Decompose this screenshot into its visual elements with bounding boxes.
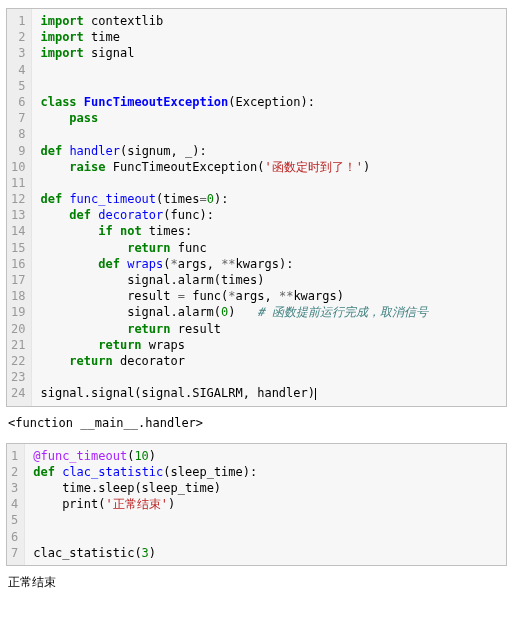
code-line[interactable] — [40, 126, 498, 142]
line-number: 2 — [11, 464, 18, 480]
line-number: 5 — [11, 78, 25, 94]
line-number: 3 — [11, 480, 18, 496]
line-number: 1 — [11, 13, 25, 29]
code-line[interactable]: return func — [40, 240, 498, 256]
line-number-gutter: 1234567 — [7, 444, 25, 565]
code-line[interactable]: pass — [40, 110, 498, 126]
code-line[interactable]: signal.alarm(times) — [40, 272, 498, 288]
code-line[interactable]: def wraps(*args, **kwargs): — [40, 256, 498, 272]
code-line[interactable] — [33, 512, 498, 528]
code-line[interactable]: def func_timeout(times=0): — [40, 191, 498, 207]
code-line[interactable]: def clac_statistic(sleep_time): — [33, 464, 498, 480]
code-line[interactable]: if not times: — [40, 223, 498, 239]
code-cell[interactable]: 123456789101112131415161718192021222324i… — [6, 8, 507, 407]
code-line[interactable]: print('正常结束') — [33, 496, 498, 512]
line-number: 22 — [11, 353, 25, 369]
code-line[interactable] — [40, 175, 498, 191]
code-line[interactable] — [40, 369, 498, 385]
code-line[interactable]: def decorator(func): — [40, 207, 498, 223]
line-number: 1 — [11, 448, 18, 464]
line-number: 7 — [11, 110, 25, 126]
line-number: 7 — [11, 545, 18, 561]
code-line[interactable] — [33, 529, 498, 545]
line-number-gutter: 123456789101112131415161718192021222324 — [7, 9, 32, 406]
cell-output: 正常结束 — [4, 570, 509, 598]
line-number: 10 — [11, 159, 25, 175]
code-line[interactable]: result = func(*args, **kwargs) — [40, 288, 498, 304]
line-number: 3 — [11, 45, 25, 61]
line-number: 18 — [11, 288, 25, 304]
code-line[interactable]: clac_statistic(3) — [33, 545, 498, 561]
line-number: 11 — [11, 175, 25, 191]
line-number: 19 — [11, 304, 25, 320]
code-cell[interactable]: 1234567@func_timeout(10)def clac_statist… — [6, 443, 507, 566]
notebook-root: 123456789101112131415161718192021222324i… — [4, 8, 509, 598]
line-number: 21 — [11, 337, 25, 353]
code-editor[interactable]: import contextlibimport timeimport signa… — [32, 9, 506, 406]
code-line[interactable]: return result — [40, 321, 498, 337]
code-line[interactable]: import time — [40, 29, 498, 45]
line-number: 4 — [11, 62, 25, 78]
code-line[interactable]: signal.signal(signal.SIGALRM, handler) — [40, 385, 498, 401]
code-line[interactable] — [40, 78, 498, 94]
code-line[interactable]: class FuncTimeoutException(Exception): — [40, 94, 498, 110]
code-line[interactable]: return decorator — [40, 353, 498, 369]
code-line[interactable]: time.sleep(sleep_time) — [33, 480, 498, 496]
line-number: 5 — [11, 512, 18, 528]
code-line[interactable]: return wraps — [40, 337, 498, 353]
line-number: 6 — [11, 529, 18, 545]
line-number: 17 — [11, 272, 25, 288]
line-number: 4 — [11, 496, 18, 512]
code-line[interactable]: import contextlib — [40, 13, 498, 29]
code-line[interactable]: raise FuncTimeoutException('函数定时到了！') — [40, 159, 498, 175]
text-cursor — [315, 388, 316, 400]
code-line[interactable]: import signal — [40, 45, 498, 61]
cell-output: <function __main__.handler> — [4, 411, 509, 439]
line-number: 14 — [11, 223, 25, 239]
line-number: 13 — [11, 207, 25, 223]
code-editor[interactable]: @func_timeout(10)def clac_statistic(slee… — [25, 444, 506, 565]
line-number: 12 — [11, 191, 25, 207]
line-number: 15 — [11, 240, 25, 256]
code-line[interactable] — [40, 62, 498, 78]
line-number: 20 — [11, 321, 25, 337]
line-number: 2 — [11, 29, 25, 45]
code-line[interactable]: def handler(signum, _): — [40, 143, 498, 159]
line-number: 9 — [11, 143, 25, 159]
code-line[interactable]: signal.alarm(0) # 函数提前运行完成，取消信号 — [40, 304, 498, 320]
line-number: 6 — [11, 94, 25, 110]
line-number: 23 — [11, 369, 25, 385]
code-line[interactable]: @func_timeout(10) — [33, 448, 498, 464]
line-number: 8 — [11, 126, 25, 142]
line-number: 16 — [11, 256, 25, 272]
line-number: 24 — [11, 385, 25, 401]
